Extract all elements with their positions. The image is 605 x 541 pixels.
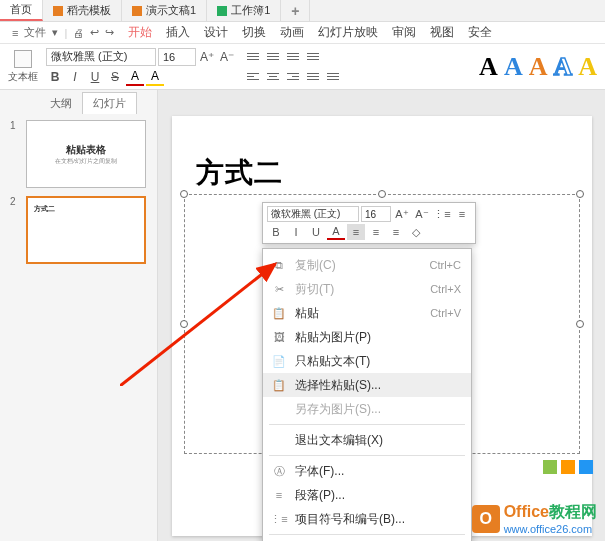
ctx-copy[interactable]: ⧉ 复制(C) Ctrl+C (263, 253, 471, 277)
resize-handle-e[interactable] (576, 320, 584, 328)
thumbnails: 1 粘贴表格 在文档/幻灯片之间复制 2 方式二 (0, 114, 157, 278)
ctx-font[interactable]: Ⓐ 字体(F)... (263, 459, 471, 483)
resize-handle-nw[interactable] (180, 190, 188, 198)
mini-font-size[interactable]: 16 (361, 206, 391, 222)
wordart-style-5[interactable]: A (578, 52, 597, 82)
watermark-logo: O (472, 505, 500, 533)
tool-icon-3[interactable] (579, 460, 593, 474)
watermark-brand: Office教程网 (504, 502, 597, 523)
menu-insert[interactable]: 插入 (166, 24, 190, 41)
ctx-paste-text[interactable]: 📄 只粘贴文本(T) (263, 349, 471, 373)
ctx-exit-edit-label: 退出文本编辑(X) (295, 432, 461, 449)
mini-numbering[interactable]: ≡ (453, 206, 471, 222)
menu-start[interactable]: 开始 (128, 24, 152, 41)
mini-decrease-font[interactable]: A⁻ (413, 206, 431, 222)
thumb-1-title: 粘贴表格 (66, 143, 106, 157)
align-left-button[interactable] (244, 68, 262, 86)
tab-workbook[interactable]: 工作簿1 (207, 0, 281, 21)
file-menu[interactable]: ≡文件▾ | 🖨↩↪ (12, 25, 114, 40)
menu-review[interactable]: 审阅 (392, 24, 416, 41)
thumbnail-1[interactable]: 1 粘贴表格 在文档/幻灯片之间复制 (10, 120, 147, 188)
wordart-style-1[interactable]: A (479, 52, 498, 82)
ctx-cut-shortcut: Ctrl+X (430, 283, 461, 295)
align-center-button[interactable] (264, 68, 282, 86)
ctx-exit-edit[interactable]: 退出文本编辑(X) (263, 428, 471, 452)
italic-button[interactable]: I (66, 68, 84, 86)
ctx-paste-shortcut: Ctrl+V (430, 307, 461, 319)
wordart-style-3[interactable]: A (529, 52, 548, 82)
line-spacing-button[interactable] (324, 68, 342, 86)
tab-workbook-label: 工作簿1 (231, 3, 270, 18)
ctx-cut[interactable]: ✂ 剪切(T) Ctrl+X (263, 277, 471, 301)
mini-align-right[interactable]: ≡ (387, 224, 405, 240)
textbox-button[interactable]: 文本框 (8, 50, 38, 84)
mini-bullets[interactable]: ⋮≡ (433, 206, 451, 222)
paragraph-icon: ≡ (271, 487, 287, 503)
mini-fill-color[interactable]: ◇ (407, 224, 425, 240)
textbox-label: 文本框 (8, 70, 38, 84)
ctx-paste[interactable]: 📋 粘贴 Ctrl+V (263, 301, 471, 325)
menu-view[interactable]: 视图 (430, 24, 454, 41)
resize-handle-n[interactable] (378, 190, 386, 198)
menu-security[interactable]: 安全 (468, 24, 492, 41)
tab-template[interactable]: 稻壳模板 (43, 0, 122, 21)
tool-icon-2[interactable] (561, 460, 575, 474)
workbook-icon (217, 6, 227, 16)
context-menu: ⧉ 复制(C) Ctrl+C ✂ 剪切(T) Ctrl+X 📋 粘贴 Ctrl+… (262, 248, 472, 541)
ctx-paragraph[interactable]: ≡ 段落(P)... (263, 483, 471, 507)
watermark-url: www.office26.com (504, 523, 597, 535)
ctx-copy-label: 复制(C) (295, 257, 422, 274)
mini-italic[interactable]: I (287, 224, 305, 240)
slides-tab[interactable]: 幻灯片 (82, 92, 137, 114)
ctx-cut-label: 剪切(T) (295, 281, 422, 298)
underline-button[interactable]: U (86, 68, 104, 86)
align-justify-button[interactable] (304, 68, 322, 86)
decrease-font-button[interactable]: A⁻ (218, 48, 236, 66)
font-color-button[interactable]: A (126, 68, 144, 86)
mini-font-color[interactable]: A (327, 224, 345, 240)
ctx-paste-pic[interactable]: 🖼 粘贴为图片(P) (263, 325, 471, 349)
mini-underline[interactable]: U (307, 224, 325, 240)
paste-pic-icon: 🖼 (271, 329, 287, 345)
ctx-bullets[interactable]: ⋮≡ 项目符号和编号(B)... (263, 507, 471, 531)
tab-presentation-label: 演示文稿1 (146, 3, 196, 18)
increase-font-button[interactable]: A⁺ (198, 48, 216, 66)
wordart-style-4[interactable]: A (553, 52, 572, 82)
tab-add[interactable]: + (281, 0, 310, 21)
menu-slideshow[interactable]: 幻灯片放映 (318, 24, 378, 41)
mini-font-size-value: 16 (365, 209, 376, 220)
bold-button[interactable]: B (46, 68, 64, 86)
thumbnail-2[interactable]: 2 方式二 (10, 196, 147, 264)
menu-anim[interactable]: 动画 (280, 24, 304, 41)
ctx-paragraph-label: 段落(P)... (295, 487, 461, 504)
thumb-1-num: 1 (10, 120, 20, 188)
font-icon: Ⓐ (271, 463, 287, 479)
tool-icon-1[interactable] (543, 460, 557, 474)
numbering-button[interactable] (264, 48, 282, 66)
bullets-button[interactable] (244, 48, 262, 66)
outline-tab[interactable]: 大纲 (40, 93, 82, 114)
wordart-style-2[interactable]: A (504, 52, 523, 82)
mini-bold[interactable]: B (267, 224, 285, 240)
tab-presentation[interactable]: 演示文稿1 (122, 0, 207, 21)
indent-inc-button[interactable] (304, 48, 322, 66)
mini-increase-font[interactable]: A⁺ (393, 206, 411, 222)
align-right-button[interactable] (284, 68, 302, 86)
ctx-bullets-label: 项目符号和编号(B)... (295, 511, 461, 528)
menu-transition[interactable]: 切换 (242, 24, 266, 41)
highlight-button[interactable]: A (146, 68, 164, 86)
ctx-paste-special[interactable]: 📋 选择性粘贴(S)... (263, 373, 471, 397)
font-name-select[interactable]: 微软雅黑 (正文) (46, 48, 156, 66)
mini-align-left[interactable]: ≡ (347, 224, 365, 240)
ctx-save-as-pic[interactable]: 另存为图片(S)... (263, 397, 471, 421)
font-size-select[interactable]: 16 (158, 48, 196, 66)
mini-align-center[interactable]: ≡ (367, 224, 385, 240)
ribbon: 文本框 微软雅黑 (正文) 16 A⁺ A⁻ B I U S A A (0, 44, 605, 90)
menu-design[interactable]: 设计 (204, 24, 228, 41)
strike-button[interactable]: S (106, 68, 124, 86)
resize-handle-w[interactable] (180, 320, 188, 328)
resize-handle-ne[interactable] (576, 190, 584, 198)
indent-dec-button[interactable] (284, 48, 302, 66)
mini-font-name[interactable]: 微软雅黑 (正文) (267, 206, 359, 222)
tab-home[interactable]: 首页 (0, 0, 43, 21)
